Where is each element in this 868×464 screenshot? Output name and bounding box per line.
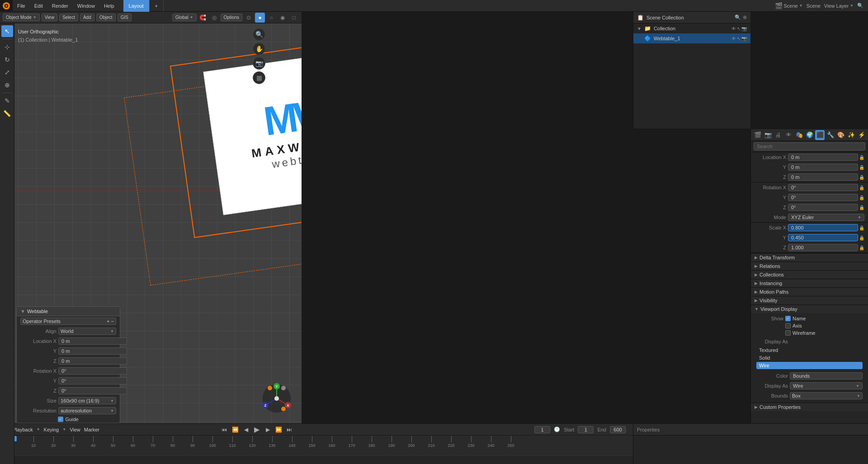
rot-y-lock-icon[interactable]: 🔒 (859, 195, 864, 200)
scale-y-value[interactable]: 0.450 (788, 234, 858, 241)
prop-view-icon[interactable]: 👁 (784, 130, 793, 140)
overlay-icon[interactable]: ⊙ (244, 13, 254, 23)
display-as2-dropdown[interactable]: Wire ▼ (790, 382, 863, 389)
tab-add[interactable]: + (150, 0, 164, 12)
menu-file[interactable]: File (13, 0, 30, 12)
menu-render[interactable]: Render (47, 0, 73, 12)
wt-size-dropdown[interactable]: 160x90 cm (16:9) ▼ (58, 397, 116, 404)
name-checkbox[interactable]: ✓ (785, 316, 791, 321)
play-btn[interactable]: ▶ (252, 425, 261, 434)
timeline-ruler[interactable]: 0102030405060708090100110120130140150160… (0, 436, 633, 455)
vis-eye-icon[interactable]: 👁 (731, 26, 736, 31)
keying-label[interactable]: Keying (44, 427, 59, 432)
tool-rotate[interactable]: ↻ (1, 54, 13, 66)
view-menu[interactable]: View (42, 14, 58, 21)
wt1-vis-eye-icon[interactable]: 👁 (731, 36, 736, 41)
scale-z-lock-icon[interactable]: 🔒 (859, 245, 864, 250)
collections-header[interactable]: ▶ Collections (751, 270, 868, 279)
tool-scale[interactable]: ⤢ (1, 66, 13, 78)
loc-x-value[interactable]: 0 m (788, 154, 858, 161)
wt-rot-x-input[interactable] (58, 367, 127, 375)
jump-start-btn[interactable]: ⏮ (220, 425, 229, 434)
outliner-collection[interactable]: ▼ 📁 Collection 👁 ↖ 📷 (633, 23, 750, 33)
tool-annotate[interactable]: ✎ (1, 95, 13, 107)
view-label[interactable]: View (70, 427, 80, 432)
visibility-header[interactable]: ▶ Visibility (751, 296, 868, 305)
shading-wireframe-icon[interactable]: □ (289, 13, 299, 23)
menu-edit[interactable]: Edit (30, 0, 47, 12)
custom-properties-header[interactable]: ▶ Custom Properties (751, 403, 868, 411)
search-icon[interactable]: 🔍 (857, 3, 863, 9)
playback-label[interactable]: Playback (13, 427, 33, 432)
outliner-add-icon[interactable]: ⊕ (743, 14, 747, 20)
wireframe-checkbox[interactable] (785, 330, 791, 336)
snap-icon[interactable]: 🧲 (198, 13, 208, 23)
next-frame-btn[interactable]: ▶ (263, 425, 272, 434)
view-layer-selector[interactable]: View Layer ▼ (824, 3, 854, 9)
viewport-display-header[interactable]: ▼ Viewport Display (751, 305, 868, 313)
outliner-webtable1[interactable]: 🔷 Webtable_1 👁 ↖ 📷 (633, 33, 750, 43)
shading-preview-icon[interactable]: ◉ (278, 13, 288, 23)
mode-selector[interactable]: Object Mode ▼ (3, 14, 40, 21)
engine-selector[interactable]: 🎬 Scene ▼ (775, 2, 803, 9)
shading-solid-icon[interactable]: ● (255, 13, 265, 23)
wt-loc-z-input[interactable] (58, 357, 127, 365)
guide-checkbox[interactable]: ✓ (58, 417, 63, 422)
relations-header[interactable]: ▶ Relations (751, 262, 868, 270)
menu-help[interactable]: Help (99, 0, 119, 12)
tool-measure[interactable]: 📏 (1, 108, 13, 119)
wt-loc-y-input[interactable] (58, 347, 127, 355)
outliner-filter-icon[interactable]: 🔍 (735, 14, 741, 20)
scale-y-lock-icon[interactable]: 🔒 (859, 235, 864, 240)
wt1-vis-select-icon[interactable]: ↖ (737, 36, 741, 41)
solid-option[interactable]: Solid (756, 354, 863, 361)
menu-window[interactable]: Window (73, 0, 99, 12)
prop-render-icon[interactable]: 📷 (763, 130, 773, 140)
loc-y-value[interactable]: 0 m (788, 164, 858, 171)
prop-scene2-icon[interactable]: 🎭 (794, 130, 804, 140)
search-overlay-btn[interactable]: 🔍 (253, 28, 265, 41)
start-frame-value[interactable]: 1 (578, 426, 594, 433)
delta-transform-header[interactable]: ▶ Delta Transform (751, 253, 868, 262)
current-frame-value[interactable]: 1 (534, 426, 550, 433)
prop-material-icon[interactable]: 🎨 (836, 130, 845, 140)
tool-select[interactable]: ↖ (1, 25, 13, 37)
prop-object-icon[interactable]: ⬛ (815, 130, 825, 140)
prop-world-icon[interactable]: 🌍 (805, 130, 814, 140)
textured-option[interactable]: Textured (756, 347, 863, 354)
wt-rot-z-input[interactable] (58, 387, 127, 394)
loc-x-lock-icon[interactable]: 🔒 (859, 155, 864, 160)
marker-label[interactable]: Marker (84, 427, 99, 432)
next-keyframe-btn[interactable]: ⏩ (274, 425, 283, 434)
hand-overlay-btn[interactable]: ✋ (253, 42, 265, 55)
loc-z-value[interactable]: 0 m (788, 173, 858, 181)
rot-z-lock-icon[interactable]: 🔒 (859, 205, 864, 210)
bounds-dropdown[interactable]: Box ▼ (790, 392, 863, 399)
options-btn[interactable]: Options (221, 14, 242, 21)
add-menu[interactable]: Add (80, 14, 94, 21)
axis-gizmo[interactable]: Y X Z (261, 383, 292, 414)
tool-transform[interactable]: ⊕ (1, 79, 13, 91)
camera-overlay-btn[interactable]: 📷 (253, 57, 265, 70)
operator-presets-dropdown[interactable]: Operator Presets + − (20, 318, 116, 325)
wire-option[interactable]: Wire (756, 362, 863, 369)
rot-x-lock-icon[interactable]: 🔒 (859, 185, 864, 190)
tool-move[interactable]: ⊹ (1, 41, 13, 53)
axis-checkbox[interactable] (785, 323, 791, 328)
vis-render-icon[interactable]: 📷 (741, 26, 747, 31)
prop-scene-icon[interactable]: 🎬 (753, 130, 762, 140)
wt1-vis-render-icon[interactable]: 📷 (741, 36, 747, 41)
prev-keyframe-btn[interactable]: ⏪ (231, 425, 240, 434)
proportional-icon[interactable]: ◎ (209, 13, 219, 23)
gis-menu[interactable]: GIS (118, 14, 132, 21)
jump-end-btn[interactable]: ⏭ (285, 425, 294, 434)
end-frame-value[interactable]: 600 (610, 426, 626, 433)
shading-render-icon[interactable]: ○ (266, 13, 276, 23)
object-menu[interactable]: Object (96, 14, 116, 21)
rot-mode-dropdown[interactable]: XYZ Euler ▼ (788, 214, 864, 221)
scale-z-value[interactable]: 1.000 (788, 244, 858, 251)
rot-z-value[interactable]: 0° (788, 204, 858, 211)
rot-y-value[interactable]: 0° (788, 194, 858, 201)
color-value[interactable]: Bounds (790, 372, 863, 380)
grid-overlay-btn[interactable]: ▦ (253, 71, 265, 84)
